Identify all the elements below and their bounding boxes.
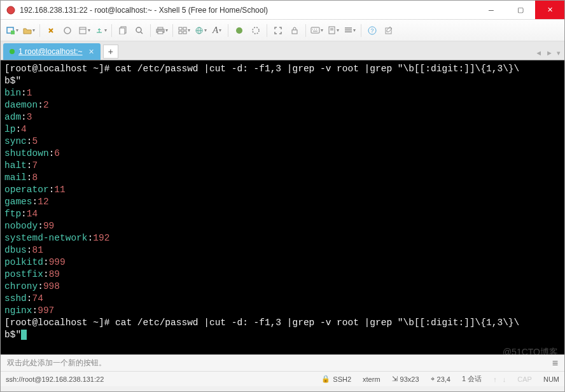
svg-rect-14 [183,27,186,30]
add-tab-button[interactable]: + [103,45,118,59]
minimize-button[interactable]: ─ [477,1,506,19]
properties-icon[interactable] [76,23,92,38]
output-line: lp:4 [4,123,561,136]
tab-nav: ◄ ► ▾ [535,49,561,57]
prompt-line: [root@localhost ~]# cat /etc/passwd |cut… [4,317,561,329]
help-icon[interactable]: ? [365,23,380,38]
svg-rect-7 [120,28,125,34]
compose-icon[interactable] [381,23,396,38]
window-controls: ─ ▢ ✕ [477,1,564,19]
statusbar: ssh://root@192.168.238.131:22 🔒SSH2 xter… [1,371,564,386]
output-line: ftp:14 [4,208,561,220]
svg-rect-36 [386,28,391,34]
output-line: mail:8 [4,172,561,184]
reconnect-icon[interactable] [43,23,59,38]
tabbar: 1 root@localhost:~ × + ◄ ► ▾ [1,41,564,60]
toolbar: A ? [1,20,564,41]
status-connection: ssh://root@192.168.238.131:22 [6,375,310,383]
open-icon[interactable] [21,23,36,38]
separator [305,24,306,37]
status-num: NUM [543,375,559,383]
color-icon[interactable] [232,23,247,38]
footer-menu-icon[interactable]: ≡ [552,358,558,369]
svg-point-0 [7,6,15,14]
svg-point-8 [136,27,141,32]
svg-point-3 [64,27,71,34]
prompt-line-cont: b$" [4,329,561,341]
cursor-pos-icon: ⌖ [431,375,435,383]
close-button[interactable]: ✕ [535,1,564,19]
output-line: chrony:998 [4,281,561,293]
svg-rect-4 [80,27,86,34]
svg-rect-2 [11,31,15,34]
output-line: sync:5 [4,136,561,148]
tab-prev-icon[interactable]: ◄ [535,49,542,57]
find-icon[interactable] [132,23,147,38]
quick-button-bar[interactable]: 双击此处添加一个新的按钮。 ≡ [1,354,564,371]
separator [172,24,173,37]
copy-icon[interactable] [115,23,130,38]
transfer-icon[interactable] [93,23,108,38]
svg-text:?: ? [370,27,373,34]
encoding-icon[interactable] [193,23,208,38]
maximize-button[interactable]: ▢ [506,1,535,19]
svg-point-20 [236,27,242,34]
output-line: nobody:99 [4,220,561,232]
output-line: daemon:2 [4,99,561,111]
output-line: bin:1 [4,87,561,99]
separator [39,24,40,37]
output-line: shutdown:6 [4,148,561,160]
view-icon[interactable] [176,23,192,38]
terminal[interactable]: [root@localhost ~]# cat /etc/passwd |cut… [1,60,564,354]
tab-close-icon[interactable]: × [89,46,94,57]
print-icon[interactable] [154,23,169,38]
status-caps: CAP [517,375,532,383]
output-line: operator:11 [4,184,561,196]
titlebar: 192.168.238.131:22 - root@localhost:~ - … [1,1,564,20]
separator [150,24,151,37]
tab-menu-icon[interactable]: ▾ [557,49,561,57]
svg-rect-23 [311,27,319,33]
prompt-line: [root@localhost ~]# cat /etc/passwd |cut… [4,63,561,75]
svg-rect-16 [183,31,186,34]
lock-icon[interactable] [287,23,302,38]
output-line: polkitd:999 [4,256,561,269]
highlight-icon[interactable] [248,23,263,38]
app-icon [6,5,16,15]
session-tab[interactable]: 1 root@localhost:~ × [3,43,101,60]
list-icon[interactable] [342,23,358,38]
status-term: xterm [363,375,380,383]
status-size: ⇲ 93x23 [392,375,419,383]
svg-rect-12 [158,31,163,34]
separator [228,24,228,37]
new-session-icon[interactable] [4,23,20,38]
script-icon[interactable] [326,23,341,38]
svg-rect-22 [292,30,297,34]
output-line: systemd-network:192 [4,232,561,244]
keyboard-icon[interactable] [309,23,324,38]
separator [111,24,112,37]
tab-next-icon[interactable]: ► [546,49,553,57]
status-sessions: 1 会话 [462,374,482,384]
output-line: adm:3 [4,111,561,123]
output-line: nginx:997 [4,305,561,317]
svg-rect-13 [179,27,182,30]
disconnect-icon[interactable] [60,23,75,38]
svg-rect-15 [179,31,182,34]
output-line: sshd:74 [4,293,561,305]
fullscreen-icon[interactable] [270,23,286,38]
cursor [21,330,27,340]
separator [267,24,267,37]
font-icon[interactable]: A [209,23,225,38]
separator [361,24,361,37]
svg-line-9 [141,32,143,34]
status-proto: 🔒SSH2 [321,375,351,383]
svg-point-21 [253,27,259,34]
tab-label: 1 root@localhost:~ [18,47,83,56]
hint-text: 双击此处添加一个新的按钮。 [7,358,106,368]
status-cursor: ⌖23,4 [431,375,450,383]
output-line: postfix:89 [4,269,561,281]
window-title: 192.168.238.131:22 - root@localhost:~ - … [20,6,477,15]
resize-icon: ⇲ [392,375,398,383]
output-line: halt:7 [4,160,561,172]
